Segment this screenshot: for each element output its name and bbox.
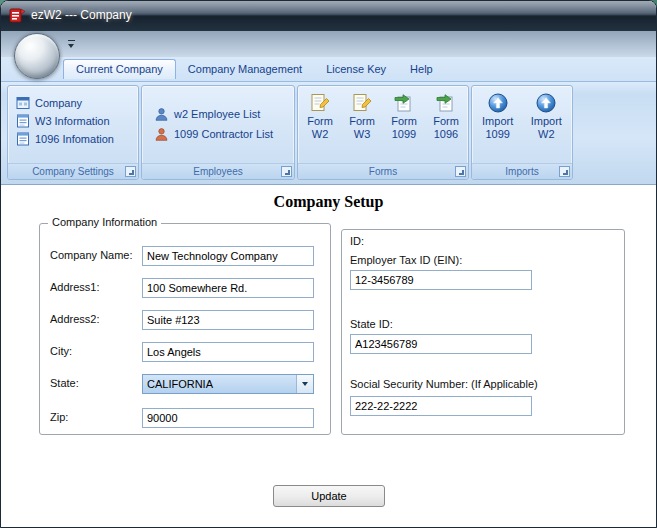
- ein-input[interactable]: [350, 270, 532, 290]
- tab-license-key[interactable]: License Key: [314, 59, 398, 78]
- form-button-label: 1096: [434, 128, 458, 141]
- address2-input[interactable]: [142, 310, 314, 330]
- nav-item-label: w2 Employee List: [174, 108, 260, 120]
- app-window: ezW2 --- Company Current CompanyCompany …: [0, 0, 657, 528]
- nav-item-label: Company: [35, 97, 82, 109]
- group-label-forms: Forms: [298, 163, 468, 179]
- nav-item-1096-infomation[interactable]: 1096 Infomation: [14, 130, 134, 148]
- titlebar[interactable]: ezW2 --- Company: [1, 1, 656, 31]
- city-row: City:: [50, 342, 322, 362]
- dialog-launcher-icon[interactable]: [455, 166, 466, 177]
- id-box: ID: Employer Tax ID (EIN): State ID: Soc…: [341, 229, 625, 435]
- 1096-infomation-icon: [16, 132, 30, 146]
- tab-current-company[interactable]: Current Company: [63, 59, 176, 79]
- ein-label: Employer Tax ID (EIN):: [350, 254, 462, 266]
- city-label: City:: [50, 345, 72, 357]
- group-label-text: Forms: [369, 166, 397, 177]
- state-select-value: CALIFORNIA: [143, 375, 296, 393]
- update-button[interactable]: Update: [273, 485, 385, 507]
- company-name-input[interactable]: [142, 246, 314, 266]
- form-button-label: W2: [312, 128, 329, 141]
- zip-row: Zip:: [50, 408, 322, 428]
- form-button-label: Form: [307, 115, 333, 128]
- import-1099-icon: [487, 92, 509, 114]
- form-button-label: Form: [391, 115, 417, 128]
- import-button-label: W2: [538, 128, 555, 141]
- group-label-imports: Imports: [472, 163, 572, 179]
- form-button-label: 1099: [392, 128, 416, 141]
- contractor-person-icon: [154, 127, 169, 142]
- form-button-label: W3: [354, 128, 371, 141]
- state-label: State:: [50, 377, 79, 389]
- state-row: State: CALIFORNIA: [50, 374, 322, 394]
- nav-item-w2-employee-list[interactable]: w2 Employee List: [152, 104, 290, 124]
- id-heading: ID:: [350, 235, 364, 247]
- form-1096-icon: [435, 92, 457, 114]
- ribbon-tabs: Current CompanyCompany ManagementLicense…: [1, 57, 656, 81]
- dialog-launcher-icon[interactable]: [559, 166, 570, 177]
- form-w2-button[interactable]: Form W2: [300, 89, 340, 163]
- form-1099-icon: [393, 92, 415, 114]
- group-label-employees: Employees: [142, 163, 294, 179]
- application-menu-button[interactable]: [14, 33, 60, 79]
- ssn-input[interactable]: [350, 396, 532, 416]
- form-1099-button[interactable]: Form 1099: [384, 89, 424, 163]
- group-label-text: Employees: [193, 166, 242, 177]
- chevron-down-icon: [302, 382, 308, 386]
- import-button-label: Import: [531, 115, 562, 128]
- form-w2-icon: [309, 92, 331, 114]
- import-1099-button[interactable]: Import 1099: [475, 89, 521, 163]
- address1-label: Address1:: [50, 281, 100, 293]
- state-select[interactable]: CALIFORNIA: [142, 374, 314, 394]
- group-label-company-settings: Company Settings: [8, 163, 138, 179]
- state-id-input[interactable]: [350, 334, 532, 354]
- import-button-label: Import: [482, 115, 513, 128]
- address1-row: Address1:: [50, 278, 322, 298]
- window-title: ezW2 --- Company: [31, 8, 132, 22]
- nav-item-label: 1099 Contractor List: [174, 128, 273, 140]
- group-label-text: Company Settings: [32, 166, 114, 177]
- group-label-text: Imports: [505, 166, 538, 177]
- toolbar-options-button[interactable]: [65, 38, 79, 52]
- import-w2-icon: [535, 92, 557, 114]
- tab-company-management[interactable]: Company Management: [176, 59, 314, 78]
- address2-row: Address2:: [50, 310, 322, 330]
- import-button-label: 1099: [485, 128, 509, 141]
- form-w3-icon: [351, 92, 373, 114]
- nav-item-1099-contractor-list[interactable]: 1099 Contractor List: [152, 124, 290, 144]
- ribbon-group-forms: Form W2 Form W3: [297, 85, 469, 180]
- tab-help[interactable]: Help: [398, 59, 445, 78]
- dialog-launcher-icon[interactable]: [125, 166, 136, 177]
- app-icon: [9, 7, 26, 24]
- dialog-launcher-icon[interactable]: [281, 166, 292, 177]
- ssn-label: Social Security Number: (If Applicable): [350, 378, 538, 390]
- state-id-label: State ID:: [350, 318, 393, 330]
- zip-input[interactable]: [142, 408, 314, 428]
- page-title: Company Setup: [1, 193, 656, 211]
- import-w2-button[interactable]: Import W2: [523, 89, 569, 163]
- form-button-label: Form: [349, 115, 375, 128]
- w3-information-icon: [16, 114, 30, 128]
- employee-person-icon: [154, 107, 169, 122]
- company-name-label: Company Name:: [50, 249, 133, 261]
- ribbon: Company W3 Information: [1, 81, 656, 185]
- zip-label: Zip:: [50, 411, 68, 423]
- company-name-row: Company Name:: [50, 246, 322, 266]
- form-w3-button[interactable]: Form W3: [342, 89, 382, 163]
- address1-input[interactable]: [142, 278, 314, 298]
- nav-item-label: W3 Information: [35, 115, 110, 127]
- company-information-box: Company Information Company Name: Addres…: [39, 223, 331, 435]
- main-content: Company Setup Company Information Compan…: [1, 185, 656, 527]
- city-input[interactable]: [142, 342, 314, 362]
- nav-item-company[interactable]: Company: [14, 94, 134, 112]
- company-information-legend: Company Information: [48, 216, 161, 228]
- address2-label: Address2:: [50, 313, 100, 325]
- form-1096-button[interactable]: Form 1096: [426, 89, 466, 163]
- ribbon-group-employees: w2 Employee List 1099 Contractor List Em…: [141, 85, 295, 180]
- quick-access-toolbar: [1, 31, 656, 58]
- state-select-dropdown-button[interactable]: [296, 375, 313, 393]
- nav-item-w3-information[interactable]: W3 Information: [14, 112, 134, 130]
- form-button-label: Form: [433, 115, 459, 128]
- nav-item-label: 1096 Infomation: [35, 133, 114, 145]
- ribbon-group-company-settings: Company W3 Information: [7, 85, 139, 180]
